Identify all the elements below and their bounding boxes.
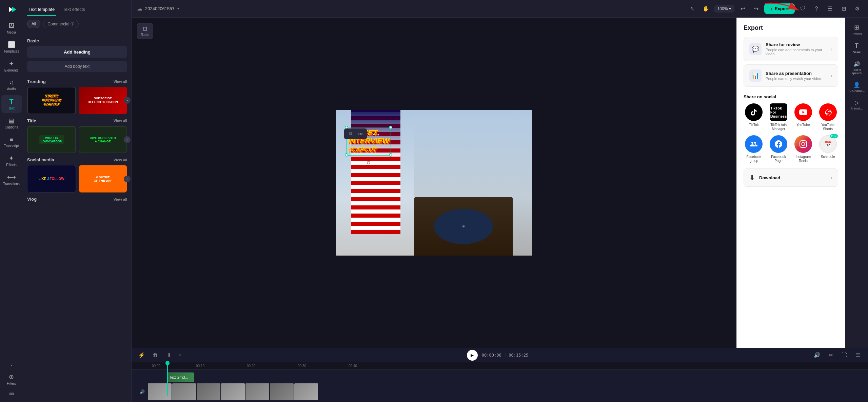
social-card-like[interactable]: LIKE &FOLLOW (27, 165, 76, 193)
volume-btn[interactable]: 🔊 (812, 350, 822, 360)
shield-icon-btn[interactable]: 🛡 (797, 3, 808, 14)
social-tiktok-ads[interactable]: TikTokForBusiness TikTok Ads Manager (768, 103, 789, 131)
panel-content: Basic Add heading Add body text Trending… (23, 32, 131, 402)
right-sidebar-presets[interactable]: ⊞Presets (847, 21, 867, 38)
filter-all[interactable]: All (27, 20, 40, 28)
outfit-text: # OUTFITOF THE DAY (94, 176, 112, 182)
right-sidebar-animat[interactable]: ▷Animat... (847, 97, 867, 113)
list-icon-btn[interactable]: ☰ (825, 3, 835, 14)
canvas-more-btn[interactable]: ••• (356, 129, 365, 138)
title-carousel-arrow[interactable]: › (124, 136, 131, 143)
text-template-clip[interactable]: Text templ... (167, 373, 194, 382)
social-card-outfit[interactable]: # OUTFITOF THE DAY (79, 165, 127, 193)
social-facebook-page[interactable]: Facebook Page (768, 135, 789, 163)
trending-carousel-arrow[interactable]: › (124, 97, 131, 104)
chevron-right-icon: › (126, 99, 127, 102)
project-dropdown-arrow[interactable]: ▾ (177, 7, 179, 11)
playhead[interactable] (167, 362, 168, 396)
share-for-review-card[interactable]: 💬 Share for review People can add commen… (744, 37, 838, 61)
sidebar-item-elements[interactable]: ✦ Elements (1, 57, 22, 75)
ruler-mark-2: 00:20 (247, 364, 255, 368)
tab-text-template[interactable]: Text template (27, 4, 56, 16)
share-review-info: Share for review People can add comments… (766, 42, 827, 56)
social-facebook-group[interactable]: Facebook group (744, 135, 764, 163)
right-sidebar-text-speech[interactable]: 🔊Text to speech (847, 58, 867, 78)
trending-view-all[interactable]: View all (114, 80, 127, 84)
trending-card-street-interview[interactable]: STREETINTERVIEW#CAPCUT (27, 87, 76, 114)
canvas-toolbar: ⧉ ••• (344, 128, 367, 139)
split-view-btn[interactable]: ☰ (853, 350, 863, 360)
playhead-handle[interactable] (165, 361, 170, 365)
add-heading-button[interactable]: Add heading (27, 46, 127, 58)
sidebar-item-expand[interactable]: ⌄ (1, 360, 22, 369)
like-follow-text: LIKE &FOLLOW (39, 177, 64, 181)
delete-tool[interactable]: 🗑 (151, 350, 160, 360)
title-card-lowcarbon[interactable]: WHAT ISLOW-CARBON (27, 126, 76, 154)
media-icon: 🖼 (8, 22, 15, 29)
vlog-view-all[interactable]: View all (114, 197, 127, 201)
timeline-thumbnails: 🔊 (132, 382, 868, 402)
expand-icon: ⌄ (10, 363, 13, 366)
tab-text-effects[interactable]: Text effects (61, 4, 86, 16)
social-youtube[interactable]: YouTube (793, 103, 814, 131)
sidebar-item-captions[interactable]: ▤ Captions (1, 114, 22, 132)
social-carousel-arrow[interactable]: › (124, 176, 131, 182)
keyboard-icon: ⌨ (9, 392, 14, 396)
cursor-tool[interactable]: ↖ (687, 3, 698, 14)
fullscreen-btn[interactable]: ⛶ (840, 350, 849, 360)
download-row[interactable]: ⬇ Download › (744, 168, 838, 187)
tiktok-icon (745, 103, 763, 121)
ruler-mark-0: 00:00 (152, 364, 160, 368)
sidebar-item-effects[interactable]: ✦ Effects (1, 152, 22, 169)
export-button[interactable]: ↑ Export (764, 3, 795, 14)
redo-button[interactable]: ↪ (751, 3, 762, 14)
handle-bottom-left[interactable] (345, 153, 348, 157)
social-grid-export: TikTok TikTokForBusiness TikTok Ads Mana… (744, 103, 838, 163)
elements-icon: ✦ (9, 60, 14, 67)
time-display: 00:00:06 | 00:15:25 (482, 353, 528, 358)
title-card-earth[interactable]: GIVE OUR EARTHA CHANGE (79, 126, 127, 154)
thumbnail-7 (294, 383, 318, 400)
trending-card-subscribe[interactable]: SUBSCRIBEBELL NOTIFICATION (79, 87, 127, 114)
edit-btn[interactable]: ✏ (826, 350, 835, 360)
sidebar-item-media[interactable]: 🖼 Media (1, 20, 22, 37)
right-sidebar-ai-char[interactable]: 👤AI Charac... (847, 79, 867, 95)
sidebar-item-templates[interactable]: ⬜ Templates (1, 38, 22, 56)
export-tool[interactable]: ⬇ (164, 350, 174, 360)
hand-tool[interactable]: ✋ (701, 3, 711, 14)
sidebar-item-filters[interactable]: ⊕ Filters (1, 370, 22, 388)
social-tiktok[interactable]: TikTok (744, 103, 764, 131)
social-youtube-shorts[interactable]: YouTube Shorts (817, 103, 838, 131)
sidebar-item-transcript[interactable]: ≡ Transcript (1, 133, 22, 150)
undo-button[interactable]: ↩ (737, 3, 748, 14)
filter-commercial[interactable]: Commercial ⓘ (43, 20, 79, 28)
sidebar-item-audio[interactable]: ♫ Audio (1, 76, 22, 94)
zoom-dropdown-icon: ▾ (729, 6, 731, 11)
title-view-all[interactable]: View all (114, 119, 127, 123)
sidebar-item-transitions[interactable]: ⟷ Transitions (1, 171, 22, 188)
handle-rotate[interactable] (367, 161, 370, 164)
right-sidebar-basic[interactable]: TBasic (847, 40, 867, 57)
add-body-button[interactable]: Add body text (27, 61, 127, 72)
share-as-presentation-card[interactable]: 📊 Share as presentation People can only … (744, 64, 838, 87)
help-icon-btn[interactable]: ? (811, 3, 822, 14)
canvas-frame[interactable]: ★★★ ⊛ (336, 110, 532, 256)
ratio-badge[interactable]: ⊡ Ratio (137, 23, 153, 39)
zoom-control[interactable]: 100% ▾ (714, 5, 735, 13)
timeline-volume-icon: 🔊 (137, 389, 147, 394)
play-button[interactable]: ▶ (467, 350, 478, 361)
sidebar-item-keyboard[interactable]: ⌨ (1, 389, 22, 399)
columns-icon-btn[interactable]: ⊟ (838, 3, 849, 14)
social-schedule[interactable]: 📅 Free Schedule (817, 135, 838, 163)
ruler-mark-3: 00:30 (298, 364, 306, 368)
facebook-page-icon (770, 135, 787, 153)
sidebar-item-text[interactable]: T Text (1, 95, 22, 113)
canvas-copy-btn[interactable]: ⧉ (346, 129, 355, 138)
split-tool[interactable]: ⚡ (137, 350, 146, 360)
handle-bottom-right[interactable] (389, 153, 392, 157)
social-instagram-reels[interactable]: Instagram Reels (793, 135, 814, 163)
app-logo[interactable] (5, 3, 18, 16)
social-view-all[interactable]: View all (114, 158, 127, 162)
youtube-shorts-icon (819, 103, 837, 121)
settings-icon-btn[interactable]: ⚙ (852, 3, 863, 14)
